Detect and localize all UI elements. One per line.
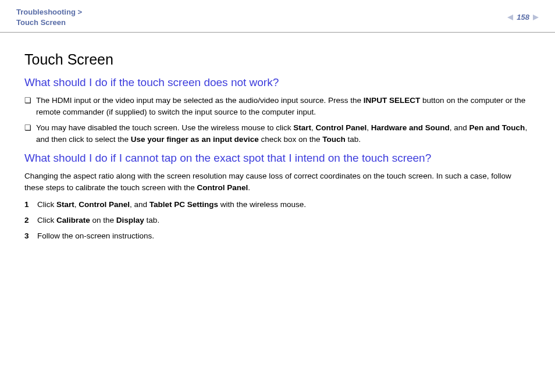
question-2-intro: Changing the aspect ratio along with the… [24,170,531,193]
page-title: Touch Screen [24,51,531,68]
breadcrumb: Troubleshooting > Touch Screen [16,7,82,27]
breadcrumb-parent: Troubleshooting [16,8,76,16]
step-number: 1 [24,199,37,211]
step-number: 2 [24,215,37,226]
breadcrumb-current: Touch Screen [16,18,66,27]
prev-page-icon[interactable] [507,15,513,20]
bullet-item: ❏ You may have disabled the touch screen… [24,122,531,145]
question-1-bullets: ❏ The HDMI input or the video input may … [24,95,531,145]
bullet-item: ❏ The HDMI input or the video input may … [24,95,531,117]
question-2-heading: What should I do if I cannot tap on the … [24,152,531,165]
step-text: Click Start, Control Panel, and Tablet P… [37,199,531,211]
breadcrumb-sep: > [76,8,82,16]
step-number: 3 [24,230,37,242]
page: Troubleshooting > Touch Screen 158 Touch… [0,0,555,251]
step-item: 1 Click Start, Control Panel, and Tablet… [24,199,531,211]
question-1-heading: What should I do if the touch screen doe… [24,76,531,89]
step-text: Follow the on-screen instructions. [37,230,531,242]
page-header: Troubleshooting > Touch Screen 158 [0,0,555,33]
bullet-text: The HDMI input or the video input may be… [36,95,531,117]
bullet-text: You may have disabled the touch screen. … [36,122,531,145]
step-item: 2 Click Calibrate on the Display tab. [24,215,531,226]
page-number: 158 [517,13,529,22]
content: Touch Screen What should I do if the tou… [0,33,555,251]
step-item: 3 Follow the on-screen instructions. [24,230,531,242]
bullet-icon: ❏ [24,122,36,133]
question-2-steps: 1 Click Start, Control Panel, and Tablet… [24,199,531,241]
page-number-nav: 158 [507,7,539,22]
next-page-icon[interactable] [533,15,539,20]
bullet-icon: ❏ [24,95,36,106]
step-text: Click Calibrate on the Display tab. [37,215,531,226]
